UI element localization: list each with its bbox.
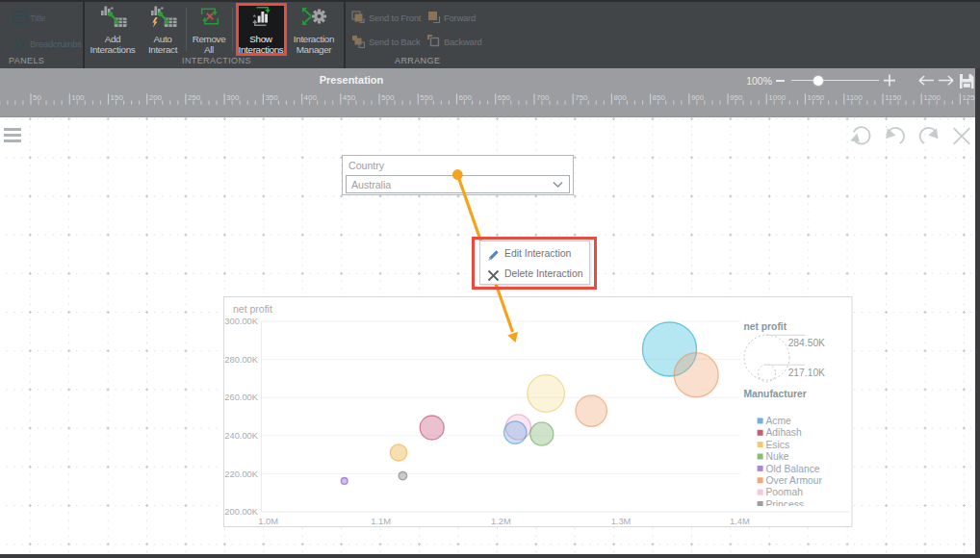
svg-text:50: 50 <box>33 93 41 102</box>
svg-text:1.3M: 1.3M <box>611 517 632 526</box>
svg-text:300: 300 <box>226 93 240 102</box>
svg-text:550: 550 <box>420 93 433 102</box>
svg-text:600: 600 <box>459 93 473 102</box>
svg-text:400: 400 <box>304 93 318 102</box>
svg-text:220.00K: 220.00K <box>224 469 258 479</box>
svg-text:240.00K: 240.00K <box>224 431 258 441</box>
svg-text:150: 150 <box>111 93 124 102</box>
svg-text:650: 650 <box>498 93 511 102</box>
svg-text:Acme: Acme <box>766 416 792 426</box>
svg-text:100: 100 <box>71 93 85 102</box>
svg-text:1000: 1000 <box>768 93 786 102</box>
svg-text:280.00K: 280.00K <box>224 355 258 365</box>
svg-text:850: 850 <box>653 93 666 102</box>
svg-text:1.0M: 1.0M <box>258 517 278 526</box>
svg-text:1150: 1150 <box>885 93 902 102</box>
svg-text:Nuke: Nuke <box>766 451 789 462</box>
svg-text:250: 250 <box>188 93 201 102</box>
svg-text:450: 450 <box>343 93 356 102</box>
svg-text:Adihash: Adihash <box>766 427 802 438</box>
svg-text:Manufacturer: Manufacturer <box>744 389 807 399</box>
svg-text:Poomah: Poomah <box>766 487 804 497</box>
svg-text:500: 500 <box>381 93 395 102</box>
svg-text:900: 900 <box>691 93 705 102</box>
svg-text:700: 700 <box>536 93 550 102</box>
svg-text:200.00K: 200.00K <box>224 507 258 517</box>
svg-text:1050: 1050 <box>808 93 825 102</box>
svg-text:Esics: Esics <box>766 440 790 450</box>
svg-text:200: 200 <box>149 93 163 102</box>
svg-text:Old Balance: Old Balance <box>766 464 820 474</box>
svg-text:1.1M: 1.1M <box>371 517 391 526</box>
svg-text:1.2M: 1.2M <box>491 517 511 526</box>
svg-text:950: 950 <box>730 93 743 102</box>
svg-text:1200: 1200 <box>923 93 941 102</box>
svg-text:217.10K: 217.10K <box>788 368 825 378</box>
svg-text:800: 800 <box>613 93 627 102</box>
svg-text:Over Armour: Over Armour <box>766 475 823 486</box>
svg-text:1.4M: 1.4M <box>730 517 750 526</box>
svg-text:300.00K: 300.00K <box>224 317 258 326</box>
svg-text:net profit: net profit <box>744 321 787 332</box>
svg-text:284.50K: 284.50K <box>788 338 825 348</box>
svg-text:260.00K: 260.00K <box>224 393 258 402</box>
svg-text:350: 350 <box>265 93 278 102</box>
svg-text:750: 750 <box>575 93 588 102</box>
svg-text:1100: 1100 <box>846 93 864 102</box>
svg-text:net profit: net profit <box>233 303 272 315</box>
